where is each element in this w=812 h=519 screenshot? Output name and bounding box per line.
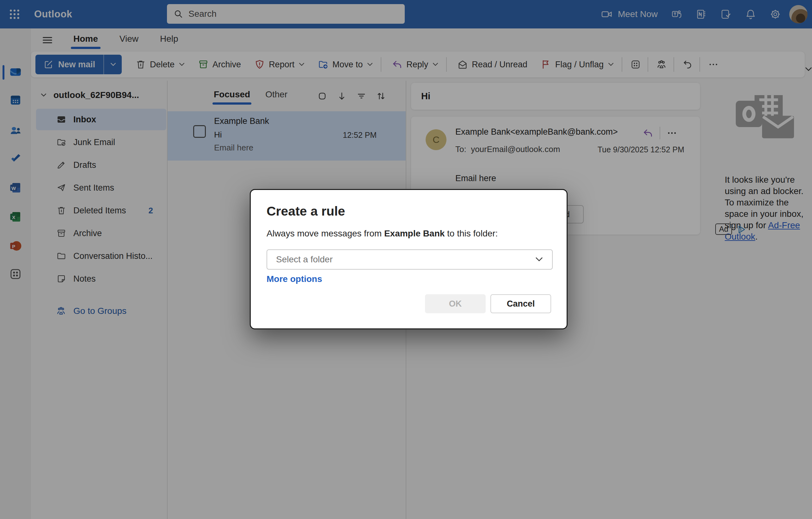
cancel-button[interactable]: Cancel [490,294,551,313]
rule-text-prefix: Always move messages from [266,228,384,238]
ok-button[interactable]: OK [425,294,486,313]
rule-sender-name: Example Bank [384,228,444,238]
folder-select-dropdown[interactable]: Select a folder [266,249,553,270]
dropdown-placeholder: Select a folder [276,254,534,265]
chevron-down-icon [535,257,543,262]
rule-text-suffix: to this folder: [444,228,498,238]
dialog-title: Create a rule [266,204,345,219]
create-rule-dialog: Create a rule Always move messages from … [250,189,568,329]
more-options-link[interactable]: More options [266,274,322,284]
outlook-window: Outlook Meet Now [0,0,812,519]
dialog-description: Always move messages from Example Bank t… [266,228,498,239]
